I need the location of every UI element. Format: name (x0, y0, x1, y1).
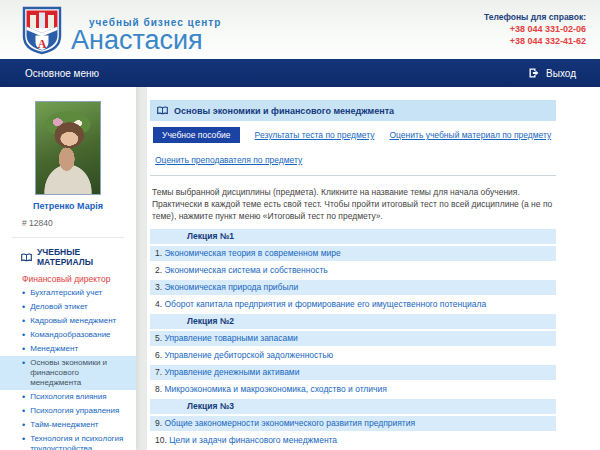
sidebar-item-subject[interactable]: •Основы экономики и финансового менеджме… (0, 356, 136, 390)
bullet-icon: • (22, 330, 25, 340)
topic-number: 10. (155, 435, 167, 445)
bullet-icon: • (22, 434, 25, 450)
bullet-icon: • (22, 288, 25, 298)
book-icon (21, 253, 32, 262)
sidebar-item-subject[interactable]: •Технология и психология трудоустройства (0, 432, 136, 450)
role-label: Финансовый директор (22, 274, 136, 284)
topic-number: 8. (155, 384, 162, 394)
subject-label: Психология влияния (30, 392, 106, 402)
topic-link[interactable]: Цели и задачи финансового менеджмента (169, 435, 337, 445)
logo[interactable]: А учебный бизнес центр Анастасия (22, 6, 221, 55)
main-panel: Основы экономики и финансового менеджмен… (147, 87, 600, 450)
subject-label: Командообразование (30, 330, 110, 340)
topic-link[interactable]: Управление денежными активами (164, 367, 299, 377)
subject-label: Деловой этикет (30, 302, 88, 312)
tab-link[interactable]: Оценить преподавателя по предмету (155, 155, 302, 165)
lecture-topic-row[interactable]: 4. Оборот капитала предприятия и формиро… (150, 297, 556, 312)
logout-button[interactable]: Выход (528, 67, 576, 79)
subject-label: Технология и психология трудоустройства (30, 434, 132, 450)
bullet-icon: • (22, 344, 25, 354)
materials-header-label: УЧЕБНЫЕ МАТЕРИАЛЫ (37, 247, 136, 267)
topic-link[interactable]: Экономическая система и собственность (164, 265, 327, 275)
subject-label: Менеджмент (30, 344, 78, 354)
sidebar-item-subject[interactable]: •Кадровый менеджмент (0, 314, 136, 328)
page-title: Основы экономики и финансового менеджмен… (174, 106, 394, 116)
subject-label: Тайм-менеджмент (30, 420, 98, 430)
coat-of-arms-icon: А (22, 6, 62, 55)
contact-phones: Телефоны для справок: +38 044 331-02-06 … (484, 11, 586, 47)
topic-link[interactable]: Экономическая природа прибыли (164, 282, 298, 292)
sidebar-item-subject[interactable]: •Психология влияния (0, 390, 136, 404)
topic-number: 5. (155, 333, 162, 343)
bullet-icon: • (22, 358, 25, 388)
subject-label: Психология управления (30, 406, 119, 416)
tabs-divider (150, 175, 556, 176)
topic-link[interactable]: Микроэкономика и макроэкономика, сходств… (164, 384, 386, 394)
page-header: А учебный бизнес центр Анастасия Телефон… (0, 0, 600, 59)
subject-list: •Бухгалтерский учет•Деловой этикет•Кадро… (0, 286, 136, 450)
lecture-header: Лекция №3 (150, 399, 556, 414)
bullet-icon: • (22, 392, 25, 402)
topic-number: 1. (155, 248, 162, 258)
user-id: # 12840 (22, 218, 136, 228)
sidebar-item-subject[interactable]: •Деловой этикет (0, 300, 136, 314)
top-menubar: Основное меню Выход (0, 59, 600, 87)
tab-link[interactable]: Результаты теста по предмету (255, 130, 375, 140)
materials-section-header: УЧЕБНЫЕ МАТЕРИАЛЫ (21, 247, 136, 267)
phone-number-1: +38 044 331-02-06 (484, 23, 586, 35)
logout-icon (528, 67, 540, 79)
bullet-icon: • (22, 316, 25, 326)
brand-name: Анастасия (71, 28, 221, 52)
subject-label: Кадровый менеджмент (30, 316, 116, 326)
sidebar-item-subject[interactable]: •Бухгалтерский учет (0, 286, 136, 300)
bullet-icon: • (22, 420, 25, 430)
bullet-icon: • (22, 302, 25, 312)
sidebar-divider (12, 237, 124, 238)
lecture-topic-row[interactable]: 6. Управление дебиторской задолженностью (150, 348, 556, 363)
lecture-topic-row[interactable]: 9. Общие закономерности экономического р… (150, 416, 556, 431)
sidebar-item-subject[interactable]: •Тайм-менеджмент (0, 418, 136, 432)
subject-title-bar: Основы экономики и финансового менеджмен… (150, 100, 556, 121)
tab-link[interactable]: Оценить учебный материал по предмету (389, 130, 551, 140)
subject-label: Основы экономики и финансового менеджмен… (30, 358, 132, 388)
lecture-header: Лекция №1 (150, 229, 556, 244)
sidebar: Петренко Марія # 12840 УЧЕБНЫЕ МАТЕРИАЛЫ… (0, 87, 136, 450)
topic-number: 4. (155, 299, 162, 309)
lecture-list: Лекция №11. Экономическая теория в совре… (150, 229, 556, 450)
lecture-topic-row[interactable]: 10. Цели и задачи финансового менеджмент… (150, 433, 556, 448)
lecture-topic-row[interactable]: 5. Управление товарными запасами (150, 331, 556, 346)
user-name-link[interactable]: Петренко Марія (0, 201, 136, 211)
topic-link[interactable]: Общие закономерности экономического разв… (164, 418, 415, 428)
topic-link[interactable]: Экономическая теория в современном мире (164, 248, 340, 258)
lecture-header: Лекция №2 (150, 314, 556, 329)
sidebar-item-subject[interactable]: •Менеджмент (0, 342, 136, 356)
sidebar-item-subject[interactable]: •Командообразование (0, 328, 136, 342)
topic-number: 7. (155, 367, 162, 377)
tabs-row-2: Оценить преподавателя по предмету (155, 149, 556, 167)
tab-active[interactable]: Учебное пособие (153, 127, 240, 143)
user-avatar[interactable] (35, 101, 101, 195)
topic-link[interactable]: Управление товарными запасами (164, 333, 297, 343)
phones-label: Телефоны для справок: (484, 11, 586, 23)
topic-number: 3. (155, 282, 162, 292)
lecture-topic-row[interactable]: 8. Микроэкономика и макроэкономика, сход… (150, 382, 556, 397)
main-menu-button[interactable]: Основное меню (25, 68, 99, 79)
topic-link[interactable]: Управление дебиторской задолженностью (164, 350, 333, 360)
svg-text:А: А (38, 37, 47, 51)
intro-text: Темы выбранной дисциплины (предмета). Кл… (152, 186, 554, 222)
lecture-topic-row[interactable]: 7. Управление денежными активами (150, 365, 556, 380)
topic-number: 6. (155, 350, 162, 360)
bullet-icon: • (22, 406, 25, 416)
subject-label: Бухгалтерский учет (30, 288, 102, 298)
sidebar-item-subject[interactable]: •Психология управления (0, 404, 136, 418)
book-icon (157, 106, 168, 115)
topic-number: 2. (155, 265, 162, 275)
logout-label: Выход (546, 68, 576, 79)
tabs-row-1: Учебное пособиеРезультаты теста по предм… (153, 127, 556, 143)
lecture-topic-row[interactable]: 2. Экономическая система и собственность (150, 263, 556, 278)
topic-link[interactable]: Оборот капитала предприятия и формирован… (164, 299, 486, 309)
phone-number-2: +38 044 332-41-62 (484, 35, 586, 47)
topic-number: 9. (155, 418, 162, 428)
lecture-topic-row[interactable]: 1. Экономическая теория в современном ми… (150, 246, 556, 261)
lecture-topic-row[interactable]: 3. Экономическая природа прибыли (150, 280, 556, 295)
